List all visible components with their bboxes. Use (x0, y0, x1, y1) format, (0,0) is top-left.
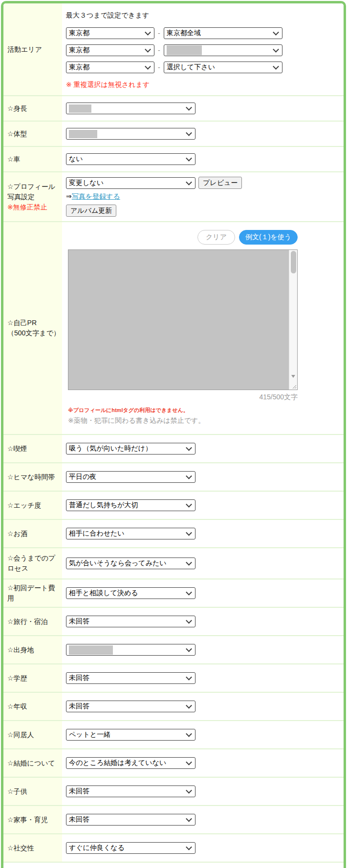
chevron-down-icon (186, 104, 192, 111)
field-label: ☆車 (3, 147, 62, 171)
rules-note: ※薬物・犯罪に関わる書き込みは禁止です。 (68, 416, 205, 425)
footer-row: 次へ (3, 862, 344, 868)
body-type-select[interactable] (66, 128, 195, 140)
field-label: ☆喫煙 (3, 435, 62, 462)
row-housework: ☆家事・育児 未回答 (3, 805, 344, 833)
field-label: ☆会うまでのプロセス (3, 548, 62, 579)
car-select[interactable]: ない (66, 153, 195, 165)
field-label: ☆体型 (3, 122, 62, 146)
chevron-down-icon (186, 130, 192, 136)
duplicate-warning: ※ 重複選択は無視されます (66, 81, 150, 89)
chevron-down-icon (186, 501, 192, 508)
field-label: ☆自己PR (7, 318, 61, 328)
use-example-button[interactable]: 例文(１)を使う (239, 230, 298, 245)
resize-handle-icon[interactable] (292, 384, 297, 389)
chevron-down-icon (273, 46, 279, 53)
chevron-down-icon (186, 179, 192, 185)
chevron-down-icon (145, 63, 151, 70)
row-children: ☆子供 未回答 (3, 777, 344, 805)
clear-button[interactable]: クリア (197, 230, 235, 245)
smoking-select[interactable]: 吸う（気が向いた時だけ） (66, 443, 195, 455)
field-label: ☆お酒 (3, 520, 62, 547)
area-pref-select-1[interactable]: 東京都 (66, 27, 154, 39)
area-region-select-2[interactable] (164, 44, 282, 56)
row-education: ☆学歴 未回答 (3, 663, 344, 692)
row-marriage: ☆結婚について 今のところ結婚は考えていない (3, 748, 344, 777)
field-label: ☆同居人 (3, 721, 62, 748)
field-label: ☆旅行・宿泊 (3, 608, 62, 635)
chevron-down-icon (186, 530, 192, 536)
field-label: ☆社交性 (3, 834, 62, 862)
redacted-value (69, 130, 97, 138)
income-select[interactable]: 未回答 (66, 701, 195, 712)
self-pr-textarea[interactable] (68, 249, 298, 390)
chevron-down-icon (186, 816, 192, 822)
chevron-down-icon (145, 29, 151, 36)
lewdness-select[interactable]: 普通だし気持ちが大切 (66, 499, 195, 511)
field-label-note: （500文字まで） (7, 328, 61, 338)
first-date-cost-select[interactable]: 相手と相談して決める (66, 587, 195, 599)
register-photo-link[interactable]: 写真を登録する (72, 192, 120, 200)
redacted-value (68, 250, 289, 390)
chevron-down-icon (186, 759, 192, 765)
chevron-down-icon (186, 445, 192, 451)
chevron-down-icon (186, 559, 192, 566)
housework-select[interactable]: 未回答 (66, 814, 195, 826)
education-select[interactable]: 未回答 (66, 672, 195, 684)
travel-select[interactable]: 未回答 (66, 616, 195, 627)
dash-separator: - (158, 46, 160, 54)
row-meeting-process: ☆会うまでのプロセス 気が合いそうなら会ってみたい (3, 547, 344, 579)
area-region-select-3[interactable]: 選択して下さい (164, 62, 282, 73)
meeting-process-select[interactable]: 気が合いそうなら会ってみたい (66, 558, 195, 569)
redacted-value (69, 104, 91, 113)
area-pref-select-3[interactable]: 東京都 (66, 62, 154, 73)
chevron-down-icon (186, 787, 192, 794)
arrow-icon: ⇒ (66, 192, 72, 200)
birthplace-select[interactable] (66, 644, 195, 656)
preview-button[interactable]: プレビュー (198, 177, 242, 189)
sociability-select[interactable]: すぐに仲良くなる (66, 842, 195, 854)
chevron-down-icon (273, 29, 279, 36)
field-label: ☆子供 (3, 778, 62, 805)
field-label: 活動エリア (3, 3, 62, 95)
scrollbar[interactable] (289, 250, 297, 390)
row-free-time: ☆ヒマな時間帯 平日の夜 (3, 462, 344, 491)
row-self-pr: ☆自己PR （500文字まで） クリア 例文(１)を使う 415/500文字 ※… (3, 221, 344, 434)
album-update-button[interactable]: アルバム更新 (66, 205, 116, 217)
chevron-down-icon (186, 731, 192, 737)
row-car: ☆車 ない (3, 146, 344, 171)
chevron-down-icon (145, 46, 151, 53)
dash-separator: - (158, 29, 160, 37)
alcohol-select[interactable]: 相手に合わせたい (66, 528, 195, 539)
scroll-down-icon[interactable] (291, 375, 295, 378)
row-height: ☆身長 (3, 95, 344, 121)
chevron-down-icon (273, 63, 279, 70)
row-sociability: ☆社交性 すぐに仲良くなる (3, 833, 344, 862)
field-label: ☆年収 (3, 693, 62, 720)
marriage-select[interactable]: 今のところ結婚は考えていない (66, 757, 195, 769)
scrollbar-thumb[interactable] (291, 251, 296, 273)
row-travel: ☆旅行・宿泊 未回答 (3, 607, 344, 635)
photo-label-note: ※無修正禁止 (7, 202, 61, 212)
height-select[interactable] (66, 103, 195, 114)
char-counter: 415/500文字 (68, 393, 298, 402)
row-activity-area: 活動エリア 最大３つまで設定できます 東京都 - 東京都全域 東京都 (3, 3, 344, 95)
chevron-down-icon (186, 473, 192, 479)
redacted-value (167, 45, 202, 55)
field-label: ☆エッチ度 (3, 492, 62, 519)
photo-setting-select[interactable]: 変更しない (66, 177, 195, 189)
field-label: ☆初回デート費用 (3, 579, 62, 607)
free-time-select[interactable]: 平日の夜 (66, 471, 195, 483)
field-label: ☆プロフィール写真設定 (7, 182, 61, 202)
row-income: ☆年収 未回答 (3, 692, 344, 720)
chevron-down-icon (186, 703, 192, 709)
area-pref-select-2[interactable]: 東京都 (66, 44, 154, 56)
area-region-select-1[interactable]: 東京都全域 (164, 27, 282, 39)
children-select[interactable]: 未回答 (66, 785, 195, 797)
chevron-down-icon (186, 155, 192, 162)
chevron-down-icon (186, 844, 192, 850)
chevron-down-icon (186, 618, 192, 624)
row-birthplace: ☆出身地 (3, 635, 344, 663)
housemate-select[interactable]: ペットと一緒 (66, 729, 195, 741)
row-first-date-cost: ☆初回デート費用 相手と相談して決める (3, 579, 344, 607)
